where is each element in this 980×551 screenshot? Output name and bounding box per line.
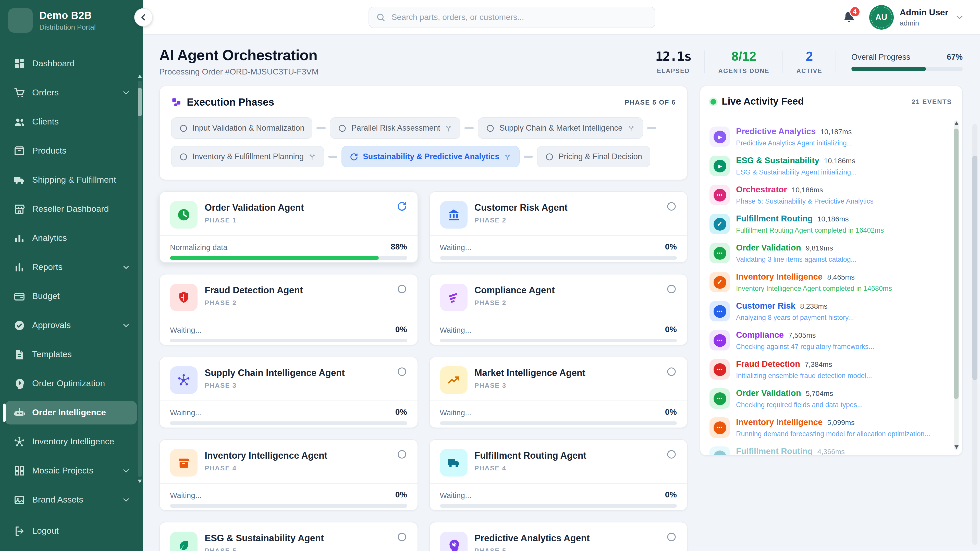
phase-chip-input-validation-normalization[interactable]: Input Validation & Normalization: [171, 118, 313, 139]
feed-scrollbar-thumb[interactable]: [954, 129, 959, 399]
sidebar-divider: [0, 514, 143, 514]
sidebar-item-label: Products: [32, 146, 66, 156]
sidebar-item-brand-assets[interactable]: Brand Assets: [5, 488, 137, 512]
sidebar-item-reseller-dashboard[interactable]: Reseller Dashboard: [5, 197, 137, 221]
circle-icon: [179, 152, 188, 161]
feed-event-time: 10,186ms: [818, 215, 849, 223]
feed-event-iconbox: •••: [710, 446, 730, 455]
agent-phase-label: PHASE 2: [474, 299, 555, 306]
dots-icon: •••: [713, 247, 726, 259]
feed-event-time: 10,186ms: [824, 157, 855, 165]
leaf-icon: [170, 532, 197, 551]
sidebar-item-clients[interactable]: Clients: [5, 110, 137, 134]
feed-event-text: Fulfillment Routing4,366msFetching real-…: [736, 446, 887, 455]
brand-logo: [8, 8, 33, 33]
main-scrollbar-thumb[interactable]: [972, 156, 977, 380]
sidebar-nav: DashboardOrdersClientsProductsShipping &…: [0, 40, 143, 513]
feed-event-description: Checking required fields and data types.…: [736, 401, 863, 409]
network-icon: [170, 366, 197, 394]
sidebar-item-inventory-intelligence[interactable]: Inventory Intelligence: [5, 430, 137, 454]
agent-progress-track: [170, 504, 407, 508]
feed-agent-name: Fulfillment Routing: [736, 214, 813, 224]
main-scrollbar[interactable]: [972, 124, 977, 545]
scroll-down-icon[interactable]: [138, 480, 142, 483]
feed-event-description: Checking against 47 regulatory framework…: [736, 343, 874, 351]
agent-name: Compliance Agent: [474, 285, 555, 296]
scroll-up-icon[interactable]: [954, 121, 958, 125]
phase-chip-sustainability-predictive-analytics[interactable]: Sustainability & Predictive Analytics: [342, 146, 520, 167]
feed-event-text: Fulfillment Routing10,186msFulfillment R…: [736, 214, 884, 234]
agent-card-fraud-detection-agent: Fraud Detection AgentPHASE 2Waiting...0%: [159, 274, 418, 345]
agent-card-header: Customer Risk AgentPHASE 2: [440, 201, 677, 229]
sidebar-item-dashboard[interactable]: Dashboard: [5, 52, 137, 76]
sidebar-item-approvals[interactable]: Approvals: [5, 314, 137, 337]
feed-agent-name: Inventory Intelligence: [736, 272, 822, 282]
phase-chip-pricing-final-decision[interactable]: Pricing & Final Decision: [537, 146, 650, 167]
sidebar-item-templates[interactable]: Templates: [5, 343, 137, 366]
phase-connector: [465, 127, 474, 129]
feed-event-line: ESG & Sustainability10,186ms: [736, 156, 857, 165]
parallel-fork-icon: [445, 124, 452, 132]
chevron-down-icon: [955, 12, 965, 22]
agent-status-text: Normalizing data: [170, 243, 228, 251]
feed-event-time: 10,187ms: [820, 127, 852, 136]
sidebar-collapse-button[interactable]: [134, 8, 153, 27]
agent-status-text: Waiting...: [440, 243, 471, 251]
phase-chip-label: Parallel Risk Assessment: [352, 124, 440, 133]
sidebar-item-orders[interactable]: Orders: [5, 81, 137, 105]
feed-body: ▶Predictive Analytics10,187msPredictive …: [700, 116, 962, 455]
sidebar-scrollbar[interactable]: [138, 81, 142, 477]
app-root: Demo B2B Distribution Portal DashboardOr…: [0, 0, 980, 551]
notifications-badge: 4: [849, 6, 860, 17]
user-menu[interactable]: AU Admin User admin: [869, 5, 965, 29]
store-icon: [13, 203, 25, 215]
feed-event-description: Fulfillment Routing Agent completed in 1…: [736, 227, 884, 234]
agent-card-titles: Fraud Detection AgentPHASE 2: [205, 284, 303, 311]
feed-event-line: Fulfillment Routing4,366ms: [736, 446, 887, 455]
agent-name: Fraud Detection Agent: [205, 285, 303, 296]
scroll-down-icon[interactable]: [954, 445, 958, 449]
feed-event-text: Inventory Intelligence8,465msInventory I…: [736, 272, 892, 292]
sidebar-scrollbar-thumb[interactable]: [138, 88, 142, 116]
dots-icon: •••: [713, 421, 726, 434]
circle-icon: [486, 124, 495, 132]
sidebar-item-order-optimization[interactable]: Order Optimization: [5, 372, 137, 395]
brand: Demo B2B Distribution Portal: [0, 0, 143, 40]
phase-chip-parallel-risk-assessment[interactable]: Parallel Risk Assessment: [330, 118, 461, 139]
scroll-up-icon[interactable]: [138, 75, 142, 78]
phase-chip-supply-chain-market-intelligence[interactable]: Supply Chain & Market Intelligence: [478, 118, 643, 139]
phase-chip-inventory-fulfillment-planning[interactable]: Inventory & Fulfillment Planning: [171, 146, 324, 167]
sidebar-item-label: Reseller Dashboard: [32, 204, 109, 214]
brand-name: Demo B2B: [39, 10, 96, 21]
glyph: •••: [717, 192, 722, 197]
feed-agent-name: Predictive Analytics: [736, 127, 816, 136]
sidebar-item-analytics[interactable]: Analytics: [5, 227, 137, 250]
dots-icon: •••: [713, 392, 726, 405]
agent-card-divider: [160, 483, 417, 484]
sidebar-item-products[interactable]: Products: [5, 139, 137, 163]
sidebar-item-budget[interactable]: Budget: [5, 285, 137, 308]
sidebar-item-order-intelligence[interactable]: Order Intelligence: [5, 401, 137, 424]
sidebar-item-reports[interactable]: Reports: [5, 256, 137, 279]
sidebar-item-shipping-fulfillment[interactable]: Shipping & Fulfillment: [5, 168, 137, 192]
chevron-down-icon: [121, 321, 130, 330]
sidebar-item-mosaic-projects[interactable]: Mosaic Projects: [5, 459, 137, 483]
agent-name: Predictive Analytics Agent: [474, 533, 590, 544]
agent-card-header: Market Intelligence AgentPHASE 3: [440, 366, 677, 394]
parallel-fork-icon: [627, 124, 635, 132]
logout-button[interactable]: Logout: [5, 519, 137, 543]
notifications-button[interactable]: 4: [842, 10, 856, 24]
overall-progress-track: [851, 67, 963, 71]
feed-event: •••Order Validation9,819msValidating 3 l…: [710, 243, 947, 263]
search-input[interactable]: [369, 6, 655, 28]
phase-connector: [524, 156, 533, 158]
agent-card-titles: ESG & Sustainability AgentPHASE 5: [205, 532, 324, 551]
feed-scrollbar[interactable]: [954, 121, 959, 450]
network-glyph: [177, 373, 191, 387]
stat-active: 2ACTIVE: [797, 49, 822, 75]
agent-progress-fill: [170, 256, 379, 260]
agent-status-text: Waiting...: [170, 491, 202, 499]
trending-up-glyph: [446, 373, 461, 387]
sidebar-item-label: Analytics: [32, 233, 67, 243]
feed-event-line: Compliance7,505ms: [736, 330, 874, 340]
